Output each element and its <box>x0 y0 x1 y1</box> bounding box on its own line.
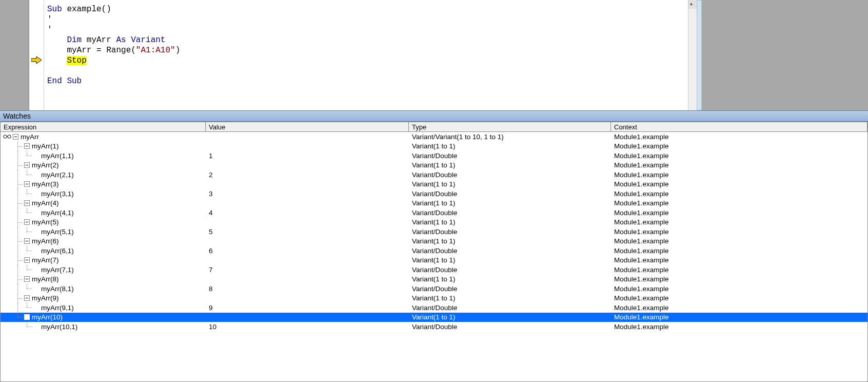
watches-titlebar[interactable]: Watches <box>0 110 868 122</box>
svg-marker-0 <box>31 56 42 64</box>
tree-context-label: Module1.example <box>614 171 669 179</box>
tree-value-label: 5 <box>209 228 213 236</box>
table-row[interactable]: myArr(1,1) 1 Variant/Double Module1.exam… <box>1 151 867 161</box>
tree-expr-label: myArr(1) <box>32 142 59 150</box>
tree-context-label: Module1.example <box>614 218 669 226</box>
tree-expander-icon[interactable]: − <box>24 162 30 168</box>
tree-expander-icon[interactable]: − <box>24 200 30 206</box>
table-row[interactable]: −myArr(1) Variant(1 to 1) Module1.exampl… <box>1 142 867 151</box>
tree-type-label: Variant(1 to 1) <box>412 275 456 283</box>
tree-expander-icon[interactable]: − <box>24 257 30 263</box>
tree-context-label: Module1.example <box>614 228 669 236</box>
tree-value-label: 3 <box>209 190 213 198</box>
watches-title-label: Watches <box>3 112 31 120</box>
tree-context-label: Module1.example <box>614 294 669 302</box>
tree-type-label: Variant/Double <box>412 209 457 217</box>
header-context[interactable]: Context <box>611 122 867 131</box>
tree-context-label: Module1.example <box>614 180 669 188</box>
tree-context-label: Module1.example <box>614 313 669 321</box>
header-expression[interactable]: Expression <box>1 122 206 131</box>
tree-expander-icon[interactable]: − <box>24 276 30 282</box>
table-row[interactable]: myArr(8,1) 8 Variant/Double Module1.exam… <box>1 284 867 294</box>
table-row[interactable]: −myArr(3) Variant(1 to 1) Module1.exampl… <box>1 180 867 189</box>
tree-expander-icon[interactable]: − <box>24 143 30 149</box>
tree-type-label: Variant/Double <box>412 304 457 312</box>
tree-context-label: Module1.example <box>614 275 669 283</box>
tree-type-label: Variant(1 to 1) <box>412 256 456 264</box>
tree-context-label: Module1.example <box>614 323 669 331</box>
tree-value-label: 2 <box>209 171 213 179</box>
tree-type-label: Variant(1 to 1) <box>412 180 456 188</box>
watches-panel: Expression Value Type Context −myArr Var… <box>0 122 868 382</box>
table-row[interactable]: −myArr(6) Variant(1 to 1) Module1.exampl… <box>1 237 867 246</box>
left-gray-margin <box>0 0 29 110</box>
tree-context-label: Module1.example <box>614 247 669 255</box>
execution-pointer-icon <box>31 56 42 64</box>
tree-context-label: Module1.example <box>614 209 669 217</box>
tree-expander-icon[interactable]: − <box>24 238 30 244</box>
scroll-up-icon[interactable]: ▴ <box>690 1 693 6</box>
tree-type-label: Variant/Double <box>412 228 457 236</box>
table-row[interactable]: −myArr Variant/Variant(1 to 10, 1 to 1) … <box>1 132 867 142</box>
tree-expr-label: myArr(2,1) <box>41 171 74 179</box>
header-type[interactable]: Type <box>409 122 611 131</box>
tree-expr-label: myArr(8,1) <box>41 285 74 293</box>
tree-expr-label: myArr(7) <box>32 256 59 264</box>
splitter[interactable] <box>697 0 702 110</box>
table-row[interactable]: −myArr(5) Variant(1 to 1) Module1.exampl… <box>1 218 867 227</box>
table-row[interactable]: myArr(9,1) 9 Variant/Double Module1.exam… <box>1 303 867 313</box>
table-row[interactable]: −myArr(2) Variant(1 to 1) Module1.exampl… <box>1 161 867 170</box>
table-row[interactable]: −myArr(7) Variant(1 to 1) Module1.exampl… <box>1 256 867 265</box>
table-row[interactable]: myArr(10,1) 10 Variant/Double Module1.ex… <box>1 322 867 332</box>
tree-expander-icon[interactable]: − <box>24 219 30 225</box>
table-row[interactable]: myArr(6,1) 6 Variant/Double Module1.exam… <box>1 246 867 256</box>
tree-expr-label: myArr(5,1) <box>41 228 74 236</box>
tree-expr-label: myArr(3,1) <box>41 190 74 198</box>
header-value[interactable]: Value <box>206 122 409 131</box>
tree-context-label: Module1.example <box>614 152 669 160</box>
tree-context-label: Module1.example <box>614 199 669 207</box>
watches-headers: Expression Value Type Context <box>0 122 868 132</box>
tree-type-label: Variant(1 to 1) <box>412 199 456 207</box>
tree-expr-label: myArr(9) <box>32 294 59 302</box>
tree-type-label: Variant(1 to 1) <box>412 294 456 302</box>
tree-type-label: Variant(1 to 1) <box>412 142 456 150</box>
tree-type-label: Variant(1 to 1) <box>412 237 456 245</box>
tree-context-label: Module1.example <box>614 266 669 274</box>
tree-value-label: 8 <box>209 285 213 293</box>
table-row[interactable]: myArr(3,1) 3 Variant/Double Module1.exam… <box>1 189 867 199</box>
tree-expr-label: myArr(9,1) <box>41 304 74 312</box>
tree-type-label: Variant/Double <box>412 285 457 293</box>
table-row[interactable]: −myArr(4) Variant(1 to 1) Module1.exampl… <box>1 199 867 208</box>
tree-type-label: Variant/Variant(1 to 10, 1 to 1) <box>412 133 504 141</box>
table-row[interactable]: −myArr(9) Variant(1 to 1) Module1.exampl… <box>1 294 867 303</box>
tree-value-label: 4 <box>209 209 213 217</box>
table-row[interactable]: myArr(2,1) 2 Variant/Double Module1.exam… <box>1 170 867 180</box>
tree-expander-icon[interactable]: − <box>13 134 18 140</box>
tree-context-label: Module1.example <box>614 133 669 141</box>
tree-expr-label: myArr(1,1) <box>41 152 74 160</box>
code-vscrollbar[interactable]: ▴ <box>688 0 697 110</box>
right-gray-margin <box>702 0 868 110</box>
table-row[interactable]: myArr(7,1) 7 Variant/Double Module1.exam… <box>1 265 867 275</box>
tree-expander-icon[interactable]: − <box>24 181 30 187</box>
tree-context-label: Module1.example <box>614 256 669 264</box>
tree-expr-label: myArr(2) <box>32 161 59 169</box>
tree-expr-label: myArr(10) <box>32 313 63 321</box>
tree-expr-label: myArr(8) <box>32 275 59 283</box>
code-editor-region: Sub example() ' ' Dim myArr As Variant m… <box>0 0 868 110</box>
code-gutter[interactable] <box>29 0 44 110</box>
watches-tree[interactable]: −myArr Variant/Variant(1 to 10, 1 to 1) … <box>0 132 868 382</box>
tree-expr-label: myArr(6,1) <box>41 247 74 255</box>
code-text-area[interactable]: Sub example() ' ' Dim myArr As Variant m… <box>44 0 688 110</box>
table-row[interactable]: −myArr(10) Variant(1 to 1) Module1.examp… <box>1 313 867 322</box>
tree-expr-label: myArr(4,1) <box>41 209 74 217</box>
tree-expr-label: myArr <box>21 133 39 141</box>
tree-expander-icon[interactable]: − <box>24 314 30 320</box>
table-row[interactable]: myArr(5,1) 5 Variant/Double Module1.exam… <box>1 227 867 237</box>
tree-type-label: Variant/Double <box>412 190 457 198</box>
tree-type-label: Variant/Double <box>412 171 457 179</box>
table-row[interactable]: myArr(4,1) 4 Variant/Double Module1.exam… <box>1 208 867 218</box>
tree-expander-icon[interactable]: − <box>24 295 30 301</box>
table-row[interactable]: −myArr(8) Variant(1 to 1) Module1.exampl… <box>1 275 867 284</box>
